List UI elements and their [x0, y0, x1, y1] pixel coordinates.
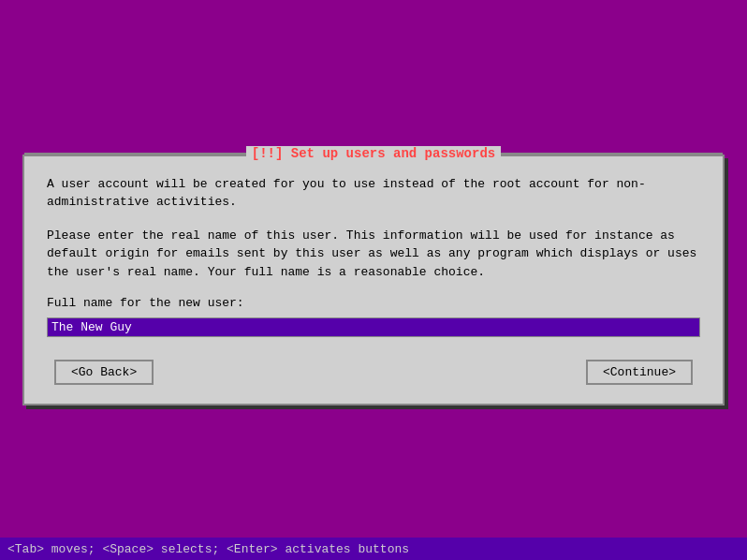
title-line-right — [501, 153, 723, 155]
description-paragraph-1: A user account will be created for you t… — [47, 175, 700, 212]
dialog-box: [!!] Set up users and passwords A user a… — [22, 155, 725, 406]
status-bar: <Tab> moves; <Space> selects; <Enter> ac… — [0, 538, 747, 560]
go-back-button[interactable]: <Go Back> — [54, 360, 154, 385]
input-wrapper — [47, 317, 700, 337]
continue-button[interactable]: <Continue> — [586, 360, 693, 385]
dialog-body: A user account will be created for you t… — [24, 156, 723, 405]
dialog-title: [!!] Set up users and passwords — [246, 146, 501, 161]
description-paragraph-2: Please enter the real name of this user.… — [47, 227, 700, 282]
full-name-input[interactable] — [47, 317, 700, 337]
field-label: Full name for the new user: — [47, 296, 700, 310]
title-bar: [!!] Set up users and passwords — [24, 146, 723, 161]
buttons-row: <Go Back> <Continue> — [47, 356, 700, 389]
title-line-left — [24, 153, 246, 155]
